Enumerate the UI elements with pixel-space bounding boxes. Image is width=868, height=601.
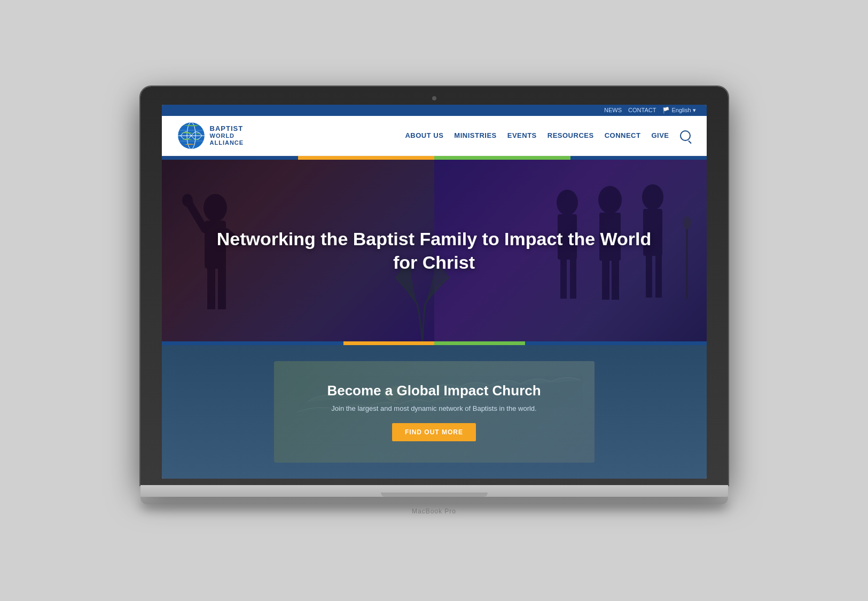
- logo[interactable]: BAPTIST WORLD ALLIANCE: [178, 122, 244, 149]
- flag-icon: 🏳️: [662, 107, 670, 114]
- cb-green: [434, 341, 525, 345]
- cb-blue2: [525, 341, 707, 345]
- color-accent-bar: [162, 156, 707, 160]
- lang-label: English: [671, 107, 691, 113]
- cb-blue1: [162, 341, 343, 345]
- card-description: Join the largest and most dynamic networ…: [290, 404, 578, 412]
- chevron-down-icon: ▾: [693, 107, 696, 114]
- nav-connect[interactable]: CONNECT: [605, 131, 641, 139]
- hero-headline: Networking the Baptist Family to Impact …: [216, 227, 652, 274]
- laptop-container: NEWS CONTACT 🏳️ English ▾: [140, 87, 728, 515]
- search-icon[interactable]: [680, 130, 691, 141]
- color-blue: [162, 156, 298, 160]
- nav-events[interactable]: EVENTS: [507, 131, 537, 139]
- main-navigation: BAPTIST WORLD ALLIANCE ABOUT US MINISTRI…: [162, 116, 707, 156]
- nav-about-us[interactable]: ABOUT US: [405, 131, 443, 139]
- color-green: [434, 156, 570, 160]
- laptop-camera: [432, 96, 436, 100]
- laptop-base: [140, 485, 728, 497]
- globe-logo: [178, 122, 205, 149]
- nav-links: ABOUT US MINISTRIES EVENTS RESOURCES CON…: [405, 130, 690, 141]
- logo-line3: ALLIANCE: [210, 139, 244, 146]
- logo-line2: WORLD: [210, 132, 244, 139]
- color-yellow: [298, 156, 434, 160]
- nav-ministries[interactable]: MINISTRIES: [454, 131, 496, 139]
- news-link[interactable]: NEWS: [604, 107, 622, 113]
- top-bar: NEWS CONTACT 🏳️ English ▾: [162, 105, 707, 116]
- lower-section: Become a Global Impact Church Join the l…: [162, 345, 707, 479]
- contact-link[interactable]: CONTACT: [628, 107, 656, 113]
- nav-give[interactable]: GIVE: [651, 131, 669, 139]
- macbook-label: MacBook Pro: [140, 508, 728, 515]
- hero-section: Networking the Baptist Family to Impact …: [162, 160, 707, 341]
- language-selector[interactable]: 🏳️ English ▾: [662, 107, 695, 114]
- logo-line1: BAPTIST: [210, 124, 244, 133]
- logo-text: BAPTIST WORLD ALLIANCE: [210, 124, 244, 147]
- cb-yellow: [343, 341, 434, 345]
- card-title: Become a Global Impact Church: [290, 383, 578, 399]
- website: NEWS CONTACT 🏳️ English ▾: [162, 105, 707, 479]
- laptop-bottom: [140, 497, 728, 504]
- find-out-more-button[interactable]: FIND OUT MORE: [392, 423, 476, 441]
- laptop-screen: NEWS CONTACT 🏳️ English ▾: [162, 105, 707, 479]
- nav-resources[interactable]: RESOURCES: [548, 131, 594, 139]
- color-accent-bar-bottom: [162, 341, 707, 345]
- global-impact-card: Become a Global Impact Church Join the l…: [274, 361, 595, 463]
- hero-text: Networking the Baptist Family to Impact …: [216, 227, 652, 274]
- color-blue2: [570, 156, 707, 160]
- laptop-frame: NEWS CONTACT 🏳️ English ▾: [140, 87, 728, 485]
